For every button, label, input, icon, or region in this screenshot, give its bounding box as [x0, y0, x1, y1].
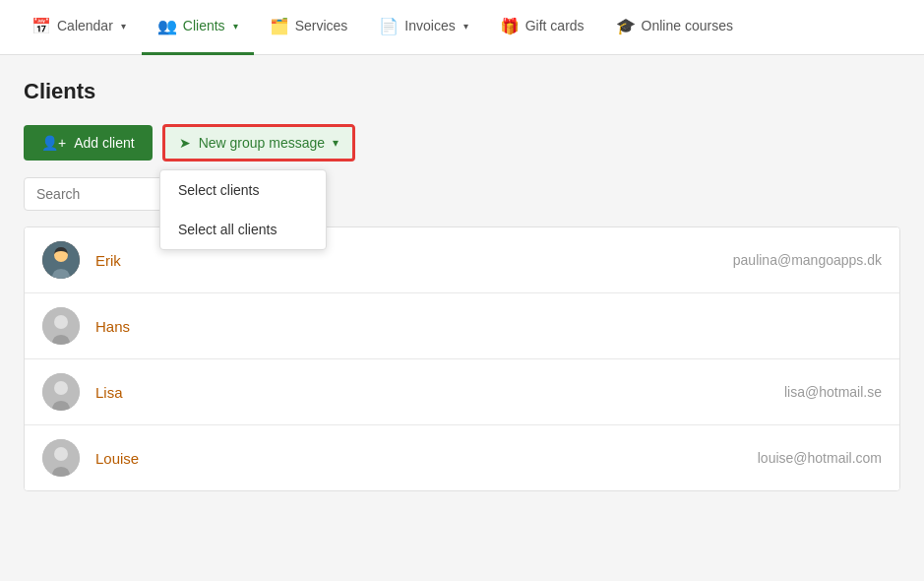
avatar: [42, 241, 80, 279]
client-name: Hans: [95, 318, 882, 335]
svg-point-7: [54, 447, 68, 461]
search-bar: [24, 177, 900, 211]
chevron-down-icon: ▾: [233, 21, 238, 32]
client-name: Louise: [95, 450, 758, 467]
clients-icon: 👥: [157, 17, 177, 35]
action-bar: 👤+ Add client ➤ New group message ▾ Sele…: [24, 124, 900, 161]
avatar: [42, 439, 80, 477]
nav-item-calendar[interactable]: 📅 Calendar ▾: [16, 0, 142, 55]
table-row[interactable]: Louise louise@hotmail.com: [25, 425, 899, 490]
avatar: [42, 307, 80, 345]
dropdown-item-select-clients[interactable]: Select clients: [160, 170, 326, 210]
invoices-icon: 📄: [379, 17, 399, 35]
nav-item-clients[interactable]: 👥 Clients ▾: [142, 0, 254, 55]
new-group-dropdown: Select clients Select all clients: [159, 169, 327, 250]
online-courses-icon: 🎓: [616, 17, 636, 35]
top-navigation: 📅 Calendar ▾ 👥 Clients ▾ 🗂️ Services 📄 I…: [0, 0, 924, 55]
nav-item-online-courses[interactable]: 🎓 Online courses: [600, 0, 749, 55]
chevron-down-icon: ▾: [333, 136, 339, 150]
nav-item-services[interactable]: 🗂️ Services: [254, 0, 364, 55]
calendar-icon: 📅: [31, 17, 51, 35]
nav-item-invoices[interactable]: 📄 Invoices ▾: [363, 0, 483, 55]
client-email: paulina@mangoapps.dk: [733, 252, 882, 268]
avatar: [42, 373, 80, 411]
chevron-down-icon: ▾: [121, 21, 126, 32]
client-list: Erik paulina@mangoapps.dk Hans: [24, 226, 900, 491]
gift-cards-icon: 🎁: [500, 17, 520, 35]
add-client-button[interactable]: 👤+ Add client: [24, 125, 153, 161]
message-icon: ➤: [179, 135, 191, 151]
client-email: louise@hotmail.com: [758, 450, 882, 466]
dropdown-item-select-all-clients[interactable]: Select all clients: [160, 210, 326, 249]
new-group-message-button[interactable]: ➤ New group message ▾: [162, 124, 355, 161]
search-input[interactable]: [24, 177, 181, 211]
main-content: Clients 👤+ Add client ➤ New group messag…: [0, 55, 924, 581]
table-row[interactable]: Lisa lisa@hotmail.se: [25, 359, 899, 425]
nav-item-gift-cards[interactable]: 🎁 Gift cards: [484, 0, 600, 55]
table-row[interactable]: Hans: [25, 293, 899, 359]
client-email: lisa@hotmail.se: [784, 384, 882, 400]
client-name: Lisa: [95, 384, 784, 401]
services-icon: 🗂️: [270, 17, 289, 35]
svg-point-5: [54, 381, 68, 395]
table-row[interactable]: Erik paulina@mangoapps.dk: [25, 227, 899, 293]
add-client-icon: 👤+: [41, 135, 66, 151]
svg-point-3: [54, 315, 68, 329]
chevron-down-icon: ▾: [463, 21, 468, 32]
page-title: Clients: [24, 79, 900, 104]
client-name: Erik: [95, 252, 733, 269]
